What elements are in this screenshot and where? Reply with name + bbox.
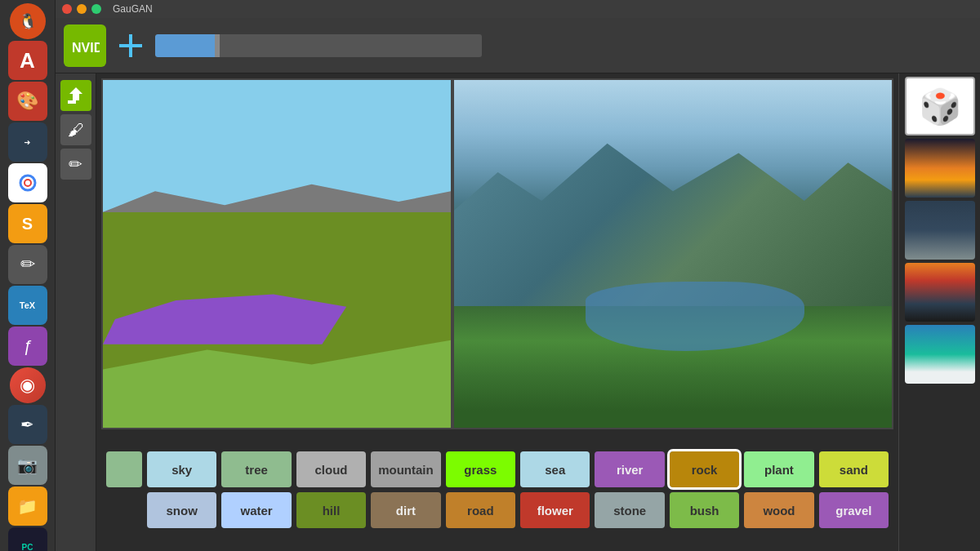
pencil-app-icon[interactable]: ✏ bbox=[8, 245, 47, 284]
slider-track[interactable] bbox=[155, 34, 482, 57]
terminal-icon[interactable]: ➜ bbox=[8, 122, 47, 162]
color-chip-wood[interactable]: wood bbox=[744, 492, 813, 528]
color-chip-sky[interactable]: sky bbox=[147, 451, 216, 487]
titlebar: GauGAN bbox=[56, 0, 980, 18]
pycharm-icon[interactable]: PC bbox=[8, 527, 47, 551]
color-labels-panel: sky tree cloud mountain grass sea river … bbox=[96, 445, 898, 551]
color-row-1: sky tree cloud mountain grass sea river … bbox=[106, 451, 889, 487]
color-chip-hill[interactable]: hill bbox=[296, 492, 366, 528]
files-icon[interactable]: 📁 bbox=[8, 487, 47, 526]
chrome-icon[interactable] bbox=[8, 163, 47, 202]
tools-panel: 🖌 ✏ bbox=[56, 73, 96, 551]
color-chip-sand[interactable]: sand bbox=[819, 451, 889, 487]
generated-mountains bbox=[454, 115, 892, 306]
color-chip-tree[interactable]: tree bbox=[221, 451, 291, 487]
sunset-thumb-2[interactable] bbox=[905, 263, 975, 322]
func-icon[interactable]: ƒ bbox=[8, 327, 47, 366]
current-color-swatch[interactable] bbox=[106, 451, 142, 487]
color-chip-flower[interactable]: flower bbox=[520, 492, 590, 528]
color-chip-sea[interactable]: sea bbox=[520, 451, 590, 487]
color-row-2: snow water hill dirt road flower stone b… bbox=[106, 492, 889, 528]
color-chip-plant[interactable]: plant bbox=[744, 451, 813, 487]
camera-icon[interactable]: 📷 bbox=[8, 446, 47, 485]
thumbnails-panel: 🎲 bbox=[898, 73, 980, 551]
window-title: GauGAN bbox=[113, 3, 153, 15]
text-editor-icon[interactable]: A bbox=[8, 41, 47, 80]
pen2-icon[interactable]: ✒ bbox=[8, 405, 47, 444]
color-chip-gravel[interactable]: gravel bbox=[819, 492, 889, 528]
color-chip-grass[interactable]: grass bbox=[446, 451, 515, 487]
sunset-thumb-1[interactable] bbox=[905, 139, 975, 198]
color-chip-cloud[interactable]: cloud bbox=[296, 451, 366, 487]
canvases-row bbox=[96, 73, 898, 445]
ubuntu-icon[interactable]: 🐧 bbox=[10, 3, 46, 39]
color-chip-river[interactable]: river bbox=[595, 451, 664, 487]
color-chip-bush[interactable]: bush bbox=[670, 492, 739, 528]
drawing-canvas[interactable] bbox=[101, 78, 452, 429]
generated-canvas bbox=[452, 78, 893, 429]
sublime-icon[interactable]: S bbox=[8, 204, 47, 243]
svg-point-2 bbox=[24, 180, 31, 186]
pencil-tool-button[interactable]: ✏ bbox=[60, 149, 91, 180]
main-area: GauGAN NVIDIA bbox=[56, 0, 980, 551]
slider-thumb bbox=[215, 34, 220, 57]
color-chip-rock[interactable]: rock bbox=[670, 451, 739, 487]
slider-fill bbox=[155, 34, 216, 57]
toolbar: NVIDIA bbox=[56, 18, 980, 73]
color-chip-road[interactable]: road bbox=[446, 492, 515, 528]
wave-thumb[interactable] bbox=[905, 325, 975, 384]
color-chip-mountain[interactable]: mountain bbox=[371, 451, 440, 487]
svg-text:NVIDIA: NVIDIA bbox=[72, 41, 100, 55]
paint-icon[interactable]: 🎨 bbox=[8, 82, 47, 121]
tex-icon[interactable]: TeX bbox=[8, 286, 47, 325]
color-chip-water[interactable]: water bbox=[221, 492, 291, 528]
sphere-icon[interactable]: ◉ bbox=[10, 367, 46, 403]
color-chip-stone[interactable]: stone bbox=[595, 492, 664, 528]
close-button[interactable] bbox=[62, 4, 72, 14]
taskbar: 🐧 A 🎨 ➜ S ✏ TeX ƒ ◉ ✒ 📷 📁 PC ? ⚙ bbox=[0, 0, 56, 551]
color-chip-snow[interactable]: snow bbox=[147, 492, 216, 528]
maximize-button[interactable] bbox=[91, 4, 101, 14]
minimize-button[interactable] bbox=[77, 4, 87, 14]
brush-size-slider-container bbox=[155, 34, 482, 57]
random-thumb[interactable]: 🎲 bbox=[905, 77, 975, 136]
brush-tool-button[interactable]: 🖌 bbox=[60, 114, 91, 145]
color-chip-dirt[interactable]: dirt bbox=[371, 492, 440, 528]
storm-thumb[interactable] bbox=[905, 201, 975, 260]
add-button[interactable] bbox=[114, 29, 147, 62]
nvidia-logo: NVIDIA bbox=[64, 24, 106, 67]
generated-lake bbox=[586, 282, 804, 351]
svg-rect-6 bbox=[68, 100, 76, 104]
fill-tool-button[interactable] bbox=[60, 80, 91, 111]
